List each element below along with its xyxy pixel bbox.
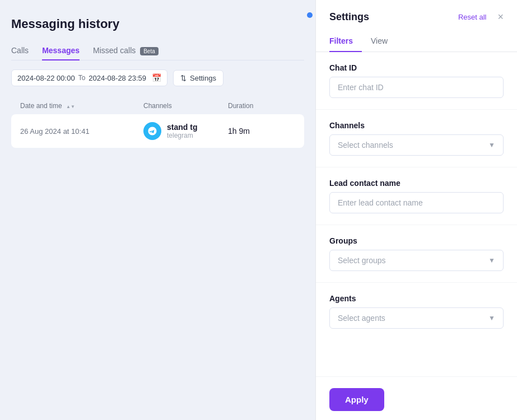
channel-type: telegram: [167, 132, 197, 139]
tab-view[interactable]: View: [371, 31, 397, 52]
apply-button[interactable]: Apply: [329, 388, 384, 411]
channels-select[interactable]: Select channels ▼: [329, 134, 504, 156]
telegram-icon: [143, 122, 161, 140]
page-title: Messaging history: [11, 17, 304, 31]
tab-messages[interactable]: Messages: [42, 41, 80, 60]
row-duration: 1h 9m: [228, 127, 295, 136]
tab-missed-calls[interactable]: Missed calls Beta: [93, 41, 159, 60]
groups-label: Groups: [329, 236, 504, 245]
chevron-down-icon-3: ▼: [488, 314, 495, 322]
lead-contact-group: Lead contact name: [329, 179, 504, 213]
settings-footer: Apply: [316, 376, 517, 420]
lead-contact-input[interactable]: [329, 192, 504, 213]
date-to: 2024-08-28 23:59: [89, 74, 146, 82]
agents-select[interactable]: Select agents ▼: [329, 307, 504, 329]
agents-label: Agents: [329, 294, 504, 303]
tab-filters[interactable]: Filters: [329, 31, 362, 52]
missed-calls-badge: Beta: [140, 47, 159, 55]
divider-2: [316, 167, 517, 167]
chat-id-group: Chat ID: [329, 63, 504, 98]
channels-group: Channels Select channels ▼: [329, 121, 504, 156]
chat-id-label: Chat ID: [329, 63, 504, 72]
filter-bar: 2024-08-22 00:00 To 2024-08-28 23:59 📅 ⇅…: [11, 69, 304, 86]
row-date: 26 Aug 2024 at 10:41: [20, 127, 143, 136]
divider-4: [316, 282, 517, 283]
tab-calls[interactable]: Calls: [11, 41, 29, 60]
channel-name: stand tg: [167, 123, 197, 132]
divider-3: [316, 225, 517, 225]
settings-panel: Settings Reset all × Filters View Chat I…: [315, 0, 517, 420]
to-label: To: [78, 74, 86, 82]
settings-tabs: Filters View: [316, 31, 517, 52]
status-dot: [307, 12, 313, 18]
table-header: Date and time ▲▼ Channels Duration: [11, 97, 304, 114]
main-content: Messaging history Calls Messages Missed …: [0, 0, 315, 420]
main-tabs: Calls Messages Missed calls Beta: [11, 41, 304, 60]
groups-select[interactable]: Select groups ▼: [329, 250, 504, 271]
groups-placeholder: Select groups: [338, 256, 386, 265]
settings-header: Settings Reset all ×: [316, 0, 517, 23]
reset-all-button[interactable]: Reset all: [458, 13, 487, 21]
divider-1: [316, 109, 517, 110]
sort-icon: ▲▼: [66, 105, 75, 109]
date-range-picker[interactable]: 2024-08-22 00:00 To 2024-08-28 23:59 📅: [11, 69, 167, 86]
calendar-icon: 📅: [152, 73, 161, 82]
agents-group: Agents Select agents ▼: [329, 294, 504, 329]
col-date-time[interactable]: Date and time ▲▼: [20, 102, 143, 110]
settings-body: Chat ID Channels Select channels ▼ Lead …: [316, 52, 517, 376]
date-from: 2024-08-22 00:00: [17, 74, 75, 82]
chevron-down-icon-2: ▼: [488, 256, 495, 264]
settings-button[interactable]: ⇅ Settings: [173, 70, 223, 86]
chevron-down-icon: ▼: [488, 141, 495, 149]
groups-group: Groups Select groups ▼: [329, 236, 504, 271]
col-duration: Duration: [228, 102, 295, 110]
close-button[interactable]: ×: [497, 11, 504, 23]
col-channels: Channels: [143, 102, 228, 110]
row-channel: stand tg telegram: [143, 122, 228, 140]
settings-icon: ⇅: [180, 74, 187, 82]
channels-placeholder: Select channels: [338, 141, 393, 150]
lead-contact-label: Lead contact name: [329, 179, 504, 188]
table-row[interactable]: 26 Aug 2024 at 10:41 stand tg telegram 1…: [11, 114, 304, 148]
agents-placeholder: Select agents: [338, 314, 385, 323]
settings-title: Settings: [329, 11, 369, 23]
channels-label: Channels: [329, 121, 504, 130]
chat-id-input[interactable]: [329, 77, 504, 98]
